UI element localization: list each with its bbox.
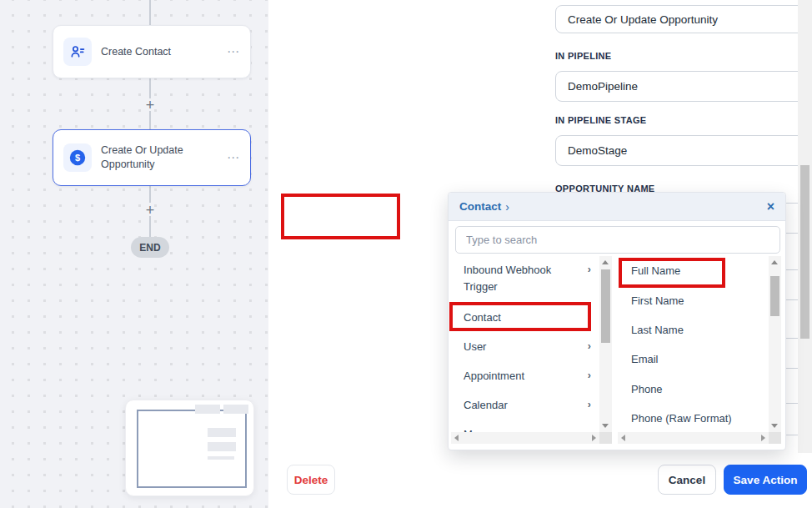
category-label: Message xyxy=(464,426,583,432)
in-pipeline-value: DemoPipeline xyxy=(568,80,638,93)
scrollbar-thumb[interactable] xyxy=(770,276,779,316)
chevron-right-icon: › xyxy=(588,426,591,432)
category-label: Contact xyxy=(464,309,583,326)
workflow-builder-screen: Create Contact ⋯ + $ Create Or Update Op… xyxy=(0,0,812,508)
picker-category-inbound-webhook-trigger[interactable]: Inbound Webhook Trigger › xyxy=(451,256,599,302)
scroll-down-icon[interactable] xyxy=(602,424,609,428)
picker-search-input[interactable] xyxy=(455,226,780,254)
add-step-button[interactable]: + xyxy=(141,98,159,113)
scroll-left-icon[interactable] xyxy=(621,435,625,441)
panel-scrollbar-thumb[interactable] xyxy=(800,165,809,339)
category-label: Appointment xyxy=(464,368,583,385)
picker-category-list: Inbound Webhook Trigger › Contact › User… xyxy=(451,256,599,432)
node-menu-ellipsis-icon[interactable]: ⋯ xyxy=(227,150,240,165)
scroll-left-icon[interactable] xyxy=(454,435,459,441)
node-menu-ellipsis-icon[interactable]: ⋯ xyxy=(227,44,240,59)
chevron-right-icon: › xyxy=(588,309,591,325)
node-label: Create Or Update Opportunity xyxy=(101,143,218,172)
panel-scrollbar[interactable] xyxy=(798,0,812,453)
picker-field-email[interactable]: Email xyxy=(618,345,768,374)
scroll-right-icon[interactable] xyxy=(761,435,765,441)
picker-category-message[interactable]: Message › xyxy=(451,419,599,432)
field-list-scrollbar[interactable] xyxy=(769,256,781,432)
chevron-right-icon: › xyxy=(588,368,591,384)
scrollbar-thumb[interactable] xyxy=(601,269,610,343)
dollar-icon: $ xyxy=(63,143,92,172)
picker-category-calendar[interactable]: Calendar › xyxy=(451,390,599,419)
action-name-input[interactable] xyxy=(555,5,812,33)
custom-values-picker: Contact › × Inbound Webhook Trigger › Co… xyxy=(448,192,786,450)
field-label-in-pipeline-stage: IN PIPELINE STAGE xyxy=(555,115,646,125)
chevron-right-icon: › xyxy=(588,339,591,355)
contact-person-icon xyxy=(63,38,92,66)
field-list-hscrollbar[interactable] xyxy=(618,432,769,444)
minimap-block xyxy=(208,442,236,451)
picker-category-contact[interactable]: Contact › xyxy=(451,302,599,331)
svg-text:$: $ xyxy=(75,153,80,163)
picker-field-phone-raw-format[interactable]: Phone (Raw Format) xyxy=(618,404,768,432)
breadcrumb-chevron-icon: › xyxy=(505,200,509,214)
canvas-minimap[interactable] xyxy=(125,400,254,496)
picker-category-appointment[interactable]: Appointment › xyxy=(451,360,599,390)
delete-button[interactable]: Delete xyxy=(287,465,335,495)
picker-field-list: Full Name First Name Last Name Email Pho… xyxy=(618,256,768,432)
in-pipeline-stage-value: DemoStage xyxy=(568,144,627,157)
minimap-block xyxy=(208,428,236,437)
connector-line xyxy=(149,186,151,203)
in-pipeline-stage-select[interactable]: DemoStage xyxy=(555,135,812,166)
connector-line xyxy=(149,0,151,25)
scroll-right-icon[interactable] xyxy=(592,435,596,441)
category-label: User xyxy=(464,339,583,355)
workflow-canvas[interactable]: Create Contact ⋯ + $ Create Or Update Op… xyxy=(0,0,268,508)
node-label: Create Contact xyxy=(101,45,218,59)
connector-line xyxy=(149,216,151,237)
cancel-button[interactable]: Cancel xyxy=(658,465,716,495)
chevron-right-icon: › xyxy=(588,262,591,278)
close-icon[interactable]: × xyxy=(767,200,774,214)
connector-line xyxy=(149,78,151,98)
picker-field-last-name[interactable]: Last Name xyxy=(618,315,768,345)
minimap-block xyxy=(208,456,234,460)
scroll-up-icon[interactable] xyxy=(771,260,778,264)
scroll-up-icon[interactable] xyxy=(602,260,609,264)
scroll-down-icon[interactable] xyxy=(771,424,778,428)
picker-category-user[interactable]: User › xyxy=(451,331,599,360)
add-step-button[interactable]: + xyxy=(141,203,159,218)
scrollbar-corner xyxy=(769,432,781,444)
minimap-block xyxy=(223,405,248,414)
workflow-node-create-or-update-opportunity[interactable]: $ Create Or Update Opportunity ⋯ xyxy=(53,129,251,186)
category-label: Calendar xyxy=(464,397,583,414)
category-label: Inbound Webhook Trigger xyxy=(464,262,583,294)
picker-field-phone[interactable]: Phone xyxy=(618,375,768,404)
picker-field-full-name[interactable]: Full Name xyxy=(618,256,768,285)
workflow-node-create-contact[interactable]: Create Contact ⋯ xyxy=(53,25,251,78)
in-pipeline-select[interactable]: DemoPipeline xyxy=(555,71,812,102)
category-list-scrollbar[interactable] xyxy=(599,256,612,432)
category-list-hscrollbar[interactable] xyxy=(451,432,599,444)
field-label-in-pipeline: IN PIPELINE xyxy=(555,51,611,61)
end-node: END xyxy=(131,237,169,258)
minimap-block xyxy=(195,405,220,414)
save-action-button[interactable]: Save Action xyxy=(724,465,807,495)
picker-breadcrumb[interactable]: Contact xyxy=(459,200,501,213)
scrollbar-corner xyxy=(599,432,612,444)
chevron-right-icon: › xyxy=(588,397,591,413)
connector-line xyxy=(149,111,151,129)
picker-header: Contact › × xyxy=(449,193,785,221)
picker-field-first-name[interactable]: First Name xyxy=(618,285,768,314)
